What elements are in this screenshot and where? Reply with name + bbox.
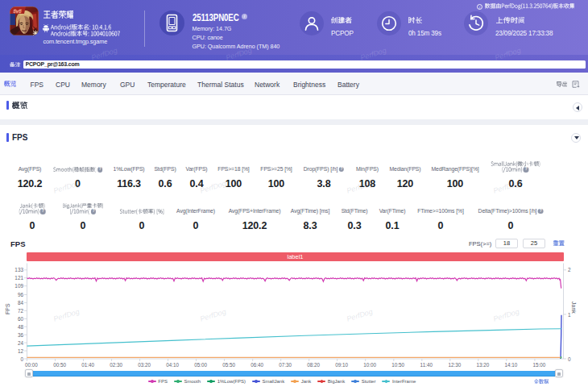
fps-filter-label: FPS(>=): [469, 240, 491, 248]
series-fps: [27, 278, 561, 289]
x-tick: 11:40: [414, 362, 438, 368]
datazoom-handle-left[interactable]: [25, 369, 33, 377]
y-axis-left-title: FPS: [5, 303, 10, 314]
stat-smalljank-: ?0.6: [491, 157, 540, 189]
stat-value: 100: [268, 178, 284, 189]
legend-1-low-fps-[interactable]: 1%Low(FPS): [207, 379, 246, 384]
stat-value: 0.3: [348, 220, 362, 231]
y-tick-left: 121: [7, 275, 23, 281]
x-tick: 10:00: [358, 362, 382, 368]
datazoom-handle-right[interactable]: [555, 369, 563, 377]
stat-fps>=25-%-: FPS>=25 [%]100: [260, 157, 292, 189]
stat-value: 0.6: [509, 178, 523, 189]
stat-value: 0: [139, 220, 145, 231]
chart-annotation-label: label1: [27, 252, 564, 262]
stat-value: 116.3: [117, 178, 141, 189]
x-tick: 14:10: [499, 362, 523, 368]
legend-jank[interactable]: Jank: [291, 379, 311, 384]
stat-var-ftime-: Var(FTime)0.1: [379, 199, 406, 231]
y-tick-left: 24: [7, 340, 23, 346]
stat-drop-fps-/h-: Drop(FPS) [/h]?3.8: [304, 157, 344, 189]
stat-var-fps-: Var(FPS)0.4: [185, 157, 207, 189]
help-icon[interactable]: ?: [40, 209, 46, 214]
help-icon[interactable]: ?: [339, 167, 345, 173]
stat-value: 108: [359, 178, 375, 189]
x-tick: 02:30: [104, 362, 128, 368]
x-tick: 10:50: [386, 362, 410, 368]
stat-value: 120.2: [242, 220, 267, 231]
stat-ftime>=100ms-%-: FTime>=100ms [%]0: [417, 199, 463, 231]
legend-stutter[interactable]: Stutter: [351, 379, 375, 384]
stat-fps>=18-%-: FPS>=18 [%]100: [217, 157, 249, 189]
x-tick: 13:20: [470, 362, 495, 368]
x-tick: 00:50: [48, 362, 72, 368]
fps-section-title: FPS: [12, 133, 27, 142]
full-data-link[interactable]: [534, 379, 549, 385]
x-tick: 15:00: [527, 362, 551, 368]
stat-std-ftime-: Std(FTime)0.3: [342, 199, 368, 231]
stat-medrange-fps-%-: MedRange(FPS)[%]100: [431, 157, 478, 189]
x-tick: 08:20: [301, 362, 325, 368]
help-icon[interactable]: ?: [91, 209, 97, 214]
stat-value: 120.2: [18, 178, 42, 189]
legend-smooth[interactable]: Smooth: [174, 379, 201, 384]
y-axis-right-title: Jank: [571, 302, 577, 314]
series-smalljank: [561, 315, 561, 359]
legend-bigjank[interactable]: BigJank: [317, 379, 345, 384]
help-icon[interactable]: ?: [538, 209, 544, 214]
x-tick: 03:20: [132, 362, 156, 368]
stat-value: 0: [81, 220, 86, 231]
stat-value: 120: [397, 178, 413, 189]
perfdog-report-page: 5v5 com.tencent.tmgp.sgame 25113PN0EC i …: [0, 0, 588, 387]
stat-smooth-: ?0: [53, 157, 103, 189]
stat-std-fps-: Std(FPS)0.6: [154, 157, 176, 189]
fps-chart-title: FPS: [10, 239, 25, 248]
stat-delta-ftime->100ms-/h-: Delta(FTime)>100ms [/h]?0: [478, 199, 544, 231]
y-tick-left: 48: [7, 324, 23, 330]
x-tick: 09:10: [329, 362, 354, 368]
legend-smalljank[interactable]: SmallJank: [252, 379, 284, 384]
x-tick: 07:30: [273, 362, 297, 368]
stat-value: 8.3: [304, 220, 317, 231]
stat-value: 0: [30, 220, 35, 231]
stat-bigjank-: ?0: [63, 199, 103, 231]
fps-threshold-input-1[interactable]: [495, 239, 518, 248]
reset-button[interactable]: [553, 240, 565, 246]
legend-interframe[interactable]: InterFrame: [382, 379, 416, 384]
help-icon[interactable]: ?: [97, 167, 103, 173]
x-tick: 06:40: [245, 362, 269, 368]
legend-fps[interactable]: FPS: [148, 379, 168, 384]
stat-jank-: ?0: [19, 199, 46, 231]
x-tick: 05:00: [188, 362, 213, 368]
y-tick-left: 36: [7, 332, 23, 338]
x-tick: 01:40: [76, 362, 100, 368]
y-tick-left: 133: [7, 267, 23, 273]
stat-avg-fps+interframe-: Avg(FPS+InterFrame)120.2: [229, 199, 281, 231]
x-tick: 04:10: [160, 362, 184, 368]
stat-avg-ftime-ms-: Avg(FTime) [ms]8.3: [291, 199, 329, 231]
stat-avg-interframe-: Avg(InterFrame)0: [176, 199, 215, 231]
stat-value: 100: [226, 178, 242, 189]
stat-1%low-fps-: 1%Low(FPS)116.3: [113, 157, 144, 189]
x-tick: 12:30: [442, 362, 466, 368]
y-tick-left: 109: [7, 283, 23, 289]
fps-section-card: FPS Avg(FPS)120.2?01%Low(FPS)116.3Std(FP…: [0, 0, 588, 387]
y-tick-right: 2: [568, 267, 571, 273]
stat-value: 0: [438, 220, 444, 231]
series-interframe: [27, 329, 562, 346]
fps-line-chart: [0, 0, 588, 387]
stat-avg-fps-: Avg(FPS)120.2: [18, 157, 42, 189]
y-tick-left: 60: [7, 316, 23, 322]
help-icon[interactable]: ?: [524, 167, 529, 173]
fps-threshold-input-2[interactable]: [523, 239, 545, 248]
stat-value: 0.4: [190, 178, 204, 189]
stat-median-fps-: Median(FPS)120: [390, 157, 421, 189]
datazoom-slider[interactable]: [33, 371, 555, 377]
collapse-fps-button[interactable]: [571, 133, 581, 143]
x-tick: 00:00: [19, 362, 43, 368]
stat-value: 100: [447, 178, 463, 189]
y-tick-left: 96: [7, 292, 23, 298]
x-tick: 05:50: [217, 362, 241, 368]
stat-value: 0.6: [159, 178, 172, 189]
stat-value: 0: [75, 178, 81, 189]
